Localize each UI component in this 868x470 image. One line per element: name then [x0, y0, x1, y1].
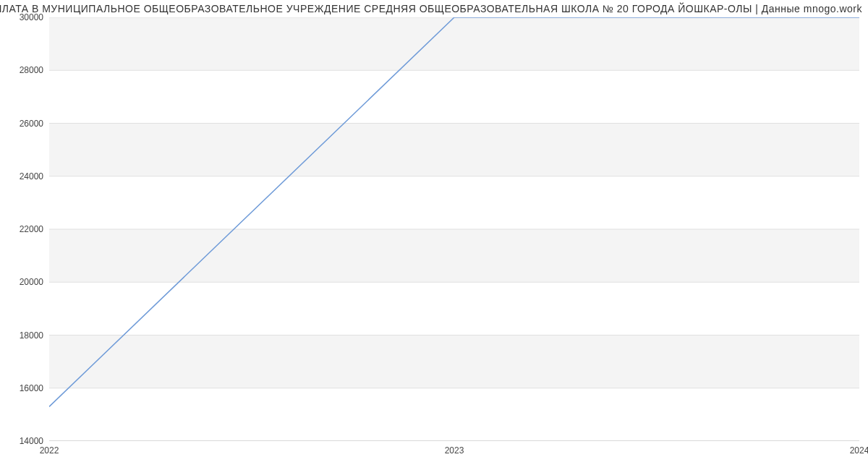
- chart-svg: [49, 17, 859, 441]
- y-tick-label: 26000: [3, 119, 43, 129]
- y-tick-label: 22000: [3, 224, 43, 234]
- plot-area: [49, 17, 859, 441]
- x-tick-label: 2023: [445, 445, 464, 456]
- line-chart: ЗАРПЛАТА В МУНИЦИПАЛЬНОЕ ОБЩЕОБРАЗОВАТЕЛ…: [0, 0, 868, 470]
- y-tick-label: 16000: [3, 383, 43, 393]
- svg-rect-1: [49, 229, 859, 282]
- y-tick-label: 18000: [3, 330, 43, 341]
- x-tick-label: 2024: [850, 445, 868, 456]
- svg-rect-3: [49, 17, 859, 70]
- x-tick-label: 2022: [40, 445, 59, 456]
- y-tick-label: 14000: [3, 436, 43, 446]
- chart-title: ЗАРПЛАТА В МУНИЦИПАЛЬНОЕ ОБЩЕОБРАЗОВАТЕЛ…: [0, 3, 862, 14]
- svg-rect-0: [49, 336, 859, 388]
- y-tick-label: 28000: [3, 65, 43, 75]
- y-tick-label: 24000: [3, 171, 43, 181]
- y-tick-label: 30000: [3, 12, 43, 22]
- svg-rect-2: [49, 124, 859, 176]
- y-tick-label: 20000: [3, 277, 43, 287]
